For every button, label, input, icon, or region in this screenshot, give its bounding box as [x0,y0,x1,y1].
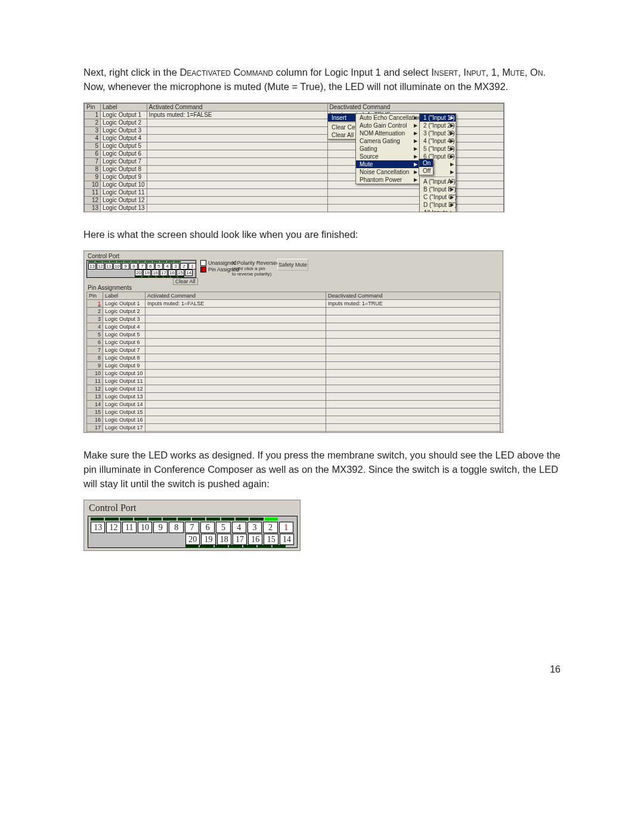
menu-item[interactable]: All Inputs [420,209,456,212]
legend-polarity-label: X Polarity Reversed [232,260,280,266]
control-port-label: Control Port [88,253,119,259]
page-number: 16 [83,664,561,675]
legend-hint: (right click a pin to reverse polarity) [232,266,280,277]
menu-item[interactable]: Gating [356,145,419,153]
menu-item[interactable]: B ("Input B") [420,185,456,193]
menu-item[interactable]: Auto Gain Control [356,122,419,129]
screenshot-finished: Control Port 13121110987654321 201918171… [83,250,503,433]
text: Input [463,67,485,78]
menu-item[interactable]: Source [356,153,419,160]
text: Next, right click in the [83,67,179,78]
menu-item-off[interactable]: Off [419,167,433,175]
screenshot-control-port-zoom: Control Port 13121110987654321 201918171… [83,500,301,551]
safety-mute-button[interactable]: Safety Mute [277,259,308,271]
menu-item-on[interactable]: On [419,159,433,167]
mid-paragraph: Here is what the screen should look like… [83,228,561,242]
menu-item[interactable]: D ("Input D") [420,201,456,209]
pin-assignments-label: Pin Assignments [88,284,132,291]
menu-item[interactable]: C ("Input C") [420,193,456,201]
para-3: Make sure the LED works as designed. If … [83,448,561,491]
submenu-commands[interactable]: Auto Echo CancellationAuto Gain ControlN… [355,113,420,184]
screenshot-context-menu: PinLabelActivated CommandDeactivated Com… [83,103,504,212]
text: Mute [502,67,525,78]
control-port-frame: 13121110987654321 20191817161514 [86,260,196,278]
menu-item[interactable]: NOM Attenuation [356,129,419,137]
menu-item[interactable]: Mute [356,160,419,168]
menu-item[interactable]: A ("Input A") [420,178,456,185]
menu-item[interactable]: Noise Cancellation [356,168,419,176]
control-port-frame-zoom: 13121110987654321 20191817161514 [88,516,298,548]
text: , [458,67,463,78]
intro-paragraph: Next, right click in the Deactivated Com… [83,66,561,94]
menu-item[interactable]: 3 ("Input 3") [420,129,456,137]
menu-item[interactable]: Camera Gating [356,137,419,145]
menu-item[interactable]: 5 ("Input 5") [420,145,456,153]
menu-item[interactable]: Phantom Power [356,176,419,184]
clear-all-button[interactable]: Clear All [173,278,198,285]
text: Deactivated Command [179,67,273,78]
submenu-onoff[interactable]: On Off [419,159,434,175]
legend-polarity: X Polarity Reversed (right click a pin t… [232,260,280,277]
text: On [530,67,543,78]
menu-item[interactable]: 4 ("Input 4") [420,137,456,145]
text: , 1, [486,67,503,78]
menu-item[interactable]: Auto Echo Cancellation [356,114,419,122]
menu-item[interactable]: 1 ("Input 1") [420,114,456,122]
text: column for Logic Input 1 and select [273,67,431,78]
control-port-label-zoom: Control Port [89,503,137,513]
pin-grid-full[interactable]: PinLabelActivated CommandDeactivated Com… [86,292,500,433]
text: Insert [431,67,458,78]
text: , [525,67,530,78]
menu-item[interactable]: 2 ("Input 2") [420,122,456,129]
